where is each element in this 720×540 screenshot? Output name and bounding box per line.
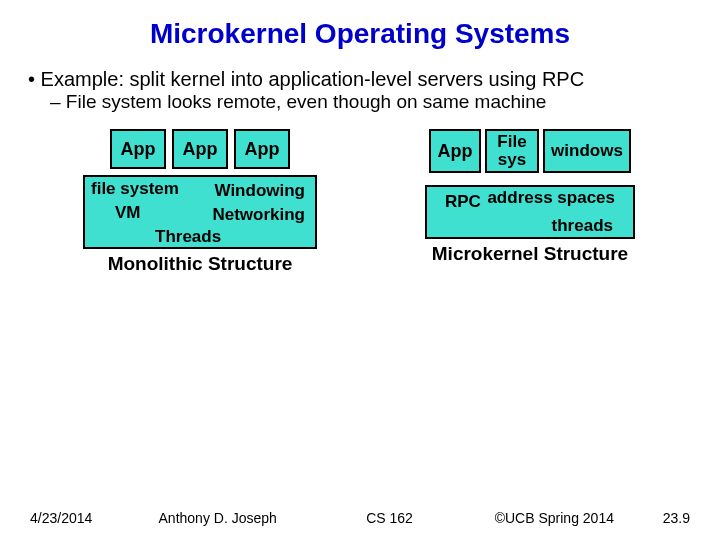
microkernel-column: App File sys windows RPC address spaces … (380, 129, 680, 275)
bullet-main: Example: split kernel into application-l… (28, 68, 692, 91)
mono-app-box: App (172, 129, 228, 169)
mono-caption: Monolithic Structure (108, 253, 293, 275)
mono-kernel-win: Windowing (215, 181, 306, 201)
slide-footer: 4/23/2014 Anthony D. Joseph CS 162 ©UCB … (0, 510, 720, 526)
micro-server-row: App File sys windows (429, 129, 631, 173)
micro-kernel-box: RPC address spaces threads (425, 185, 635, 239)
footer-page: 23.9 (663, 510, 690, 526)
footer-copyright: ©UCB Spring 2014 (495, 510, 663, 526)
mono-kernel-net: Networking (212, 205, 305, 225)
micro-caption: Microkernel Structure (432, 243, 628, 265)
mono-kernel-vm: VM (115, 203, 141, 223)
micro-kernel-rpc: RPC (445, 193, 481, 211)
micro-app-box: App (429, 129, 481, 173)
bullet-sub: File system looks remote, even though on… (28, 91, 692, 113)
diagram-area: App App App file system Windowing VM Net… (0, 113, 720, 275)
footer-date: 4/23/2014 (30, 510, 159, 526)
micro-kernel-threads: threads (552, 217, 613, 235)
bullet-list: Example: split kernel into application-l… (0, 50, 720, 113)
mono-app-box: App (234, 129, 290, 169)
micro-filesys-box: File sys (485, 129, 539, 173)
footer-course: CS 162 (366, 510, 495, 526)
mono-app-box: App (110, 129, 166, 169)
footer-author: Anthony D. Joseph (159, 510, 367, 526)
micro-windows-box: windows (543, 129, 631, 173)
mono-kernel-thr: Threads (155, 227, 221, 247)
mono-kernel-fs: file system (91, 179, 179, 199)
monolithic-column: App App App file system Windowing VM Net… (60, 129, 340, 275)
mono-kernel-box: file system Windowing VM Networking Thre… (83, 175, 317, 249)
micro-kernel-addrspaces: address spaces (487, 189, 615, 207)
mono-app-row: App App App (110, 129, 290, 169)
slide-title: Microkernel Operating Systems (0, 0, 720, 50)
